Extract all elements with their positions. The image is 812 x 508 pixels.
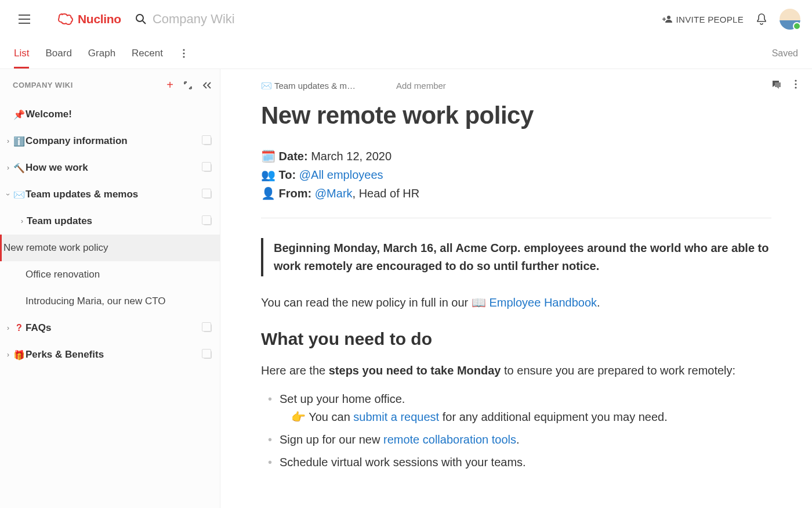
svg-point-2 [183, 49, 184, 51]
hammer-icon: 🔨 [13, 163, 26, 174]
sidebar-item-label: Team updates [27, 215, 204, 227]
tabs-more-icon[interactable] [179, 45, 188, 62]
sidebar-item-label: Company information [26, 135, 204, 147]
expand-icon[interactable] [184, 81, 192, 89]
saved-status: Saved [772, 48, 798, 59]
svg-point-3 [183, 52, 184, 54]
breadcrumb[interactable]: ✉️ Team updates & m… [261, 81, 356, 91]
chevron-right-icon[interactable]: › [17, 217, 27, 225]
sidebar-item-label: How we work [26, 162, 204, 174]
sidebar-item-team-updates[interactable]: › Team updates [0, 208, 220, 235]
step-2: Sign up for our new remote collaboration… [268, 431, 771, 449]
sidebar-item-faqs[interactable]: › ? FAQs [0, 315, 220, 341]
search-input[interactable] [153, 12, 327, 27]
logo[interactable]: Nuclino [57, 12, 121, 26]
svg-point-6 [795, 83, 796, 85]
sidebar-item-label: Introducing Maria, our new CTO [26, 296, 212, 307]
meta-to: 👥 To: @All employees [261, 168, 771, 182]
tab-list[interactable]: List [14, 38, 29, 69]
svg-point-4 [183, 56, 184, 57]
meta-from: 👤 From: @Mark, Head of HR [261, 186, 771, 200]
tab-board[interactable]: Board [45, 38, 71, 69]
copy-icon[interactable] [204, 217, 212, 225]
chevron-down-icon[interactable]: › [4, 190, 12, 199]
pin-icon: 📌 [13, 109, 26, 120]
chevron-right-icon[interactable]: › [3, 164, 13, 172]
sidebar-item-how-we-work[interactable]: › 🔨 How we work [0, 154, 220, 181]
info-icon: ℹ️ [13, 136, 26, 147]
chevron-right-icon[interactable]: › [3, 137, 13, 145]
sidebar-item-label: Welcome! [26, 109, 212, 120]
svg-point-7 [795, 87, 796, 88]
sidebar-item-label: FAQs [26, 322, 204, 334]
copy-icon[interactable] [204, 190, 212, 199]
invite-label: INVITE PEOPLE [676, 15, 744, 24]
divider [261, 218, 771, 218]
sidebar-item-intro-maria[interactable]: Introducing Maria, our new CTO [0, 288, 220, 315]
notifications-button[interactable] [756, 13, 767, 25]
tab-recent[interactable]: Recent [132, 38, 163, 69]
document-content: ✉️ Team updates & m… Add member New remo… [220, 69, 812, 508]
search-icon[interactable] [135, 13, 147, 25]
logo-text: Nuclino [78, 12, 121, 26]
page-title: New remote work policy [261, 102, 771, 129]
sidebar-item-team-updates-memos[interactable]: › ✉️ Team updates & memos [0, 181, 220, 208]
copy-icon[interactable] [204, 351, 212, 359]
tab-graph[interactable]: Graph [88, 38, 115, 69]
sidebar-item-label: New remote work policy [3, 242, 212, 254]
chevron-right-icon[interactable]: › [3, 324, 13, 332]
gift-icon: 🎁 [13, 350, 26, 361]
sidebar-item-label: Office renovation [26, 269, 212, 280]
mention-all-employees[interactable]: @All employees [299, 168, 383, 181]
sidebar: COMPANY WIKI + 📌 Welcome! › ℹ️ Compan [0, 69, 220, 508]
link-submit-request[interactable]: submit a request [353, 410, 439, 423]
step-3: Schedule virtual work sessions with your… [268, 453, 771, 471]
link-employee-handbook[interactable]: 📖 Employee Handbook [472, 296, 597, 309]
steps-intro: Here are the steps you need to take Mond… [261, 362, 771, 380]
mention-mark[interactable]: @Mark [315, 187, 353, 200]
meta-date: 🗓️ Date: March 12, 2020 [261, 149, 771, 163]
sidebar-item-label: Perks & Benefits [26, 349, 204, 361]
sidebar-item-label: Team updates & memos [26, 189, 204, 200]
chevron-right-icon[interactable]: › [3, 351, 13, 359]
sidebar-item-welcome[interactable]: 📌 Welcome! [0, 101, 220, 128]
sidebar-item-perks[interactable]: › 🎁 Perks & Benefits [0, 341, 220, 368]
invite-people-button[interactable]: INVITE PEOPLE [662, 15, 744, 24]
link-remote-tools[interactable]: remote collaboration tools [383, 433, 516, 446]
doc-more-icon[interactable] [795, 80, 797, 90]
section-heading: What you need to do [261, 329, 771, 349]
copy-icon[interactable] [204, 137, 212, 145]
copy-icon[interactable] [204, 324, 212, 332]
brain-icon [57, 12, 74, 26]
handbook-paragraph: You can read the new policy in full in o… [261, 294, 771, 312]
comments-icon[interactable] [771, 80, 782, 90]
new-page-button[interactable]: + [166, 78, 173, 92]
step-1: Set up your home office. 👉 You can submi… [268, 390, 771, 426]
svg-point-5 [795, 80, 796, 81]
sidebar-item-new-remote-policy[interactable]: New remote work policy [0, 235, 220, 261]
add-member-button[interactable]: Add member [396, 81, 446, 91]
svg-point-0 [136, 15, 143, 21]
collapse-sidebar-icon[interactable] [202, 81, 212, 89]
sidebar-item-company-info[interactable]: › ℹ️ Company information [0, 128, 220, 154]
sidebar-title: COMPANY WIKI [13, 81, 161, 89]
sidebar-item-office-renovation[interactable]: Office renovation [0, 261, 220, 288]
step-1a: 👉 You can submit a request for any addit… [280, 408, 771, 426]
hamburger-menu[interactable] [14, 9, 35, 30]
add-person-icon [662, 15, 673, 23]
svg-point-1 [667, 16, 670, 19]
callout: Beginning Monday, March 16, all Acme Cor… [261, 238, 771, 276]
copy-icon[interactable] [204, 164, 212, 172]
question-icon: ? [13, 323, 26, 333]
avatar[interactable] [780, 9, 800, 30]
envelope-icon: ✉️ [13, 189, 26, 200]
